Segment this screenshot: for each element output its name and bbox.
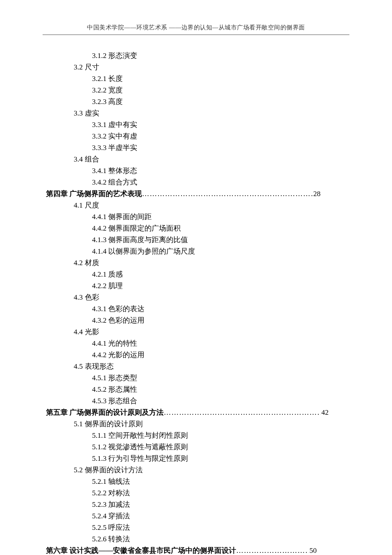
- toc-item: 5.1.1 空间开敞性与封闭性原则: [46, 430, 392, 441]
- toc-item: 3.2 尺寸: [46, 61, 392, 73]
- toc-item: 3.2.1 长度: [46, 73, 392, 84]
- toc-item: 4.5.3 形态组合: [46, 395, 392, 407]
- toc-item: 4.5.1 形态类型: [46, 372, 392, 384]
- toc-item: 3.3.2 实中有虚: [46, 130, 392, 142]
- toc-item: 4.5.2 形态属性: [46, 384, 392, 395]
- toc-chapter-title: 第六章 设计实践——安徽省金寨县市民广场中的侧界面设计: [46, 545, 236, 555]
- toc-item: 4.5 表现形态: [46, 361, 392, 372]
- toc-item: 5.2.1 轴线法: [46, 476, 392, 487]
- toc-item: 4.2.1 质感: [46, 269, 392, 280]
- toc-item: 3.3 虚实: [46, 107, 392, 119]
- toc-item: 4.3.1 色彩的表达: [46, 303, 392, 315]
- toc-item: 4.2.2 肌理: [46, 280, 392, 292]
- toc-item: 5.2.6 转换法: [46, 533, 392, 545]
- page-header: 中国美术学院——环境艺术系 ——边界的认知—从城市广场看开敞空间的侧界面: [0, 23, 392, 35]
- toc-content: 3.1.2 形态演变3.2 尺寸3.2.1 长度3.2.2 宽度3.2.3 高度…: [0, 50, 392, 555]
- toc-item: 3.2.3 高度: [46, 96, 392, 107]
- toc-item: 3.4.1 整体形态: [46, 165, 392, 176]
- toc-item: 3.1.2 形态演变: [46, 50, 392, 61]
- toc-dots: ……………………………………………………………………………………………………………: [236, 545, 308, 555]
- toc-item: 4.4.2 侧界面限定的广场面积: [46, 223, 392, 234]
- toc-chapter-title: 第五章 广场侧界面的设计原则及方法: [46, 407, 164, 418]
- toc-dots: ……………………………………………………………………………………………………………: [142, 188, 312, 199]
- toc-item: 3.2.2 宽度: [46, 84, 392, 96]
- toc-item: 5.2.5 呼应法: [46, 522, 392, 533]
- toc-item: 4.4.1 侧界面的间距: [46, 211, 392, 223]
- toc-item: 5.2.2 对称法: [46, 487, 392, 499]
- toc-item: 3.4 组合: [46, 153, 392, 165]
- toc-chapter-row: 第四章 广场侧界面的艺术表现………………………………………………………………………: [46, 188, 392, 199]
- toc-item: 4.3.2 色彩的运用: [46, 315, 392, 326]
- toc-page-number: 50: [308, 545, 321, 555]
- toc-item: 5.2 侧界面的设计方法: [46, 464, 392, 476]
- toc-item: 4.4.1 光的特性: [46, 338, 392, 349]
- toc-page-number: 42: [320, 407, 333, 418]
- toc-item: 3.3.3 半虚半实: [46, 142, 392, 153]
- toc-item: 5.1.2 视觉渗透性与遮蔽性原则: [46, 441, 392, 453]
- toc-item: 5.2.3 加减法: [46, 499, 392, 510]
- toc-item: 4.4 光影: [46, 326, 392, 338]
- toc-item: 4.1.4 以侧界面为参照的广场尺度: [46, 246, 392, 257]
- toc-item: 4.3 色彩: [46, 292, 392, 303]
- header-underline: [43, 35, 349, 35]
- toc-item: 5.2.4 穿插法: [46, 510, 392, 522]
- toc-chapter-row: 第五章 广场侧界面的设计原则及方法………………………………………………………………: [46, 407, 392, 418]
- toc-page-number: 28: [312, 188, 325, 199]
- toc-item: 4.4.2 光影的运用: [46, 349, 392, 361]
- toc-chapter-title: 第四章 广场侧界面的艺术表现: [46, 188, 142, 199]
- toc-item: 4.1.3 侧界面高度与距离的比值: [46, 234, 392, 246]
- toc-item: 5.1.3 行为引导性与限定性原则: [46, 453, 392, 464]
- toc-item: 5.1 侧界面的设计原则: [46, 418, 392, 430]
- toc-chapter-row: 第六章 设计实践——安徽省金寨县市民广场中的侧界面设计……………………………………: [46, 545, 392, 555]
- toc-item: 3.3.1 虚中有实: [46, 119, 392, 130]
- toc-item: 4.1 尺度: [46, 199, 392, 211]
- toc-item: 3.4.2 组合方式: [46, 176, 392, 188]
- toc-item: 4.2 材质: [46, 257, 392, 269]
- header-text: 中国美术学院——环境艺术系 ——边界的认知—从城市广场看开敞空间的侧界面: [87, 24, 305, 34]
- toc-dots: ……………………………………………………………………………………………………………: [164, 407, 320, 418]
